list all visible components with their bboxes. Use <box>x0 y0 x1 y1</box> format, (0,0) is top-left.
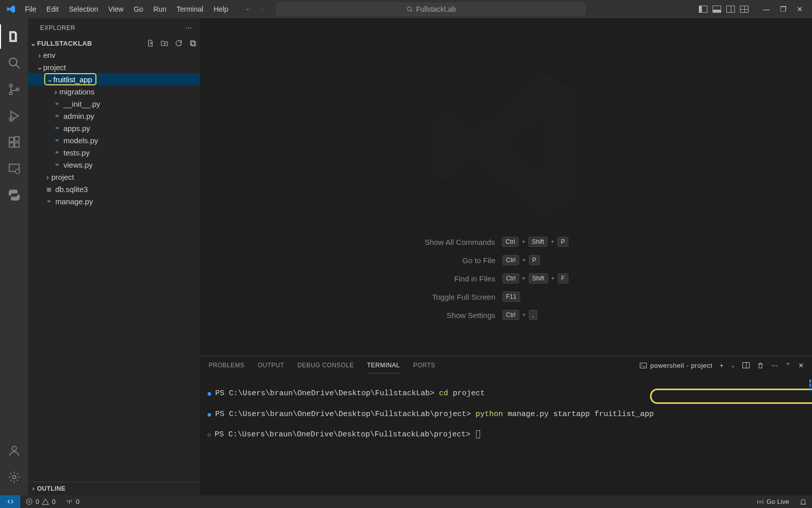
tab-debug-console[interactable]: DEBUG CONSOLE <box>297 358 354 373</box>
new-folder-icon[interactable] <box>160 39 168 47</box>
kbd: Shift <box>528 237 548 247</box>
panel-more-icon[interactable]: ⋯ <box>771 362 779 369</box>
tree-file-tests[interactable]: ⚭ tests.py <box>28 146 200 158</box>
collapse-all-icon[interactable] <box>189 39 197 47</box>
tab-ports[interactable]: PORTS <box>413 358 435 373</box>
nav-forward-icon[interactable]: → <box>258 5 265 13</box>
python-file-icon: ⚭ <box>52 137 61 144</box>
error-icon <box>25 498 33 505</box>
python-file-icon: ⚭ <box>52 112 61 120</box>
status-problems[interactable]: 0 0 <box>20 495 60 508</box>
maximize-panel-icon[interactable]: ⌃ <box>785 362 791 369</box>
activity-extensions-icon[interactable] <box>0 129 28 155</box>
menu-run[interactable]: Run <box>149 2 171 16</box>
toggle-primary-sidebar-icon[interactable] <box>699 6 707 13</box>
status-bar: 0 0 0 Go Live <box>0 495 812 508</box>
status-notifications[interactable] <box>794 498 812 505</box>
window-restore-icon[interactable]: ❐ <box>780 5 787 13</box>
tree-file-apps[interactable]: ⚭ apps.py <box>28 122 200 134</box>
activity-source-control-icon[interactable] <box>0 76 28 103</box>
close-panel-icon[interactable]: ✕ <box>798 362 804 369</box>
chevron-right-icon: › <box>44 173 51 181</box>
workspace-name: FULLSTACKLAB <box>37 40 92 47</box>
activity-python-icon[interactable] <box>0 182 28 208</box>
nav-back-icon[interactable]: ← <box>245 5 252 13</box>
menu-go[interactable]: Go <box>129 2 148 16</box>
search-placeholder: FullstackLab <box>416 5 456 13</box>
python-file-icon: ⚭ <box>44 198 53 205</box>
tree-folder-project[interactable]: ⌄ project <box>28 61 200 73</box>
kbd: Ctrl <box>502 255 519 265</box>
error-count: 0 <box>36 498 39 505</box>
terminal-icon <box>639 362 647 369</box>
tree-label: models.py <box>63 136 98 145</box>
tree-file-db[interactable]: ≣ db.sqlite3 <box>28 183 200 195</box>
tree-file-admin[interactable]: ⚭ admin.py <box>28 110 200 122</box>
shortcut-label: Toggle Full Screen <box>394 293 495 301</box>
menu-file[interactable]: File <box>20 2 41 16</box>
status-ports[interactable]: 0 <box>60 495 84 508</box>
tab-problems[interactable]: PROBLEMS <box>209 358 245 373</box>
tree-folder-inner-project[interactable]: › project <box>28 171 200 183</box>
command-center[interactable]: FullstackLab <box>276 3 586 16</box>
menu-view[interactable]: View <box>104 2 128 16</box>
tree-label: manage.py <box>55 197 93 206</box>
terminal-profile-label[interactable]: powershell - project <box>639 362 713 369</box>
shortcut-label: Go to File <box>394 256 495 265</box>
menu-help[interactable]: Help <box>209 2 233 16</box>
new-terminal-icon[interactable]: + <box>720 362 724 369</box>
svg-point-14 <box>12 446 16 451</box>
tab-output[interactable]: OUTPUT <box>258 358 284 373</box>
activity-settings-icon[interactable] <box>0 464 28 490</box>
title-bar: File Edit Selection View Go Run Terminal… <box>0 0 812 18</box>
tree-folder-fruitlist-app[interactable]: ⌄ fruitlist_app <box>28 73 200 85</box>
tree-folder-migrations[interactable]: › migrations <box>28 85 200 98</box>
menu-edit[interactable]: Edit <box>42 2 63 16</box>
toggle-panel-icon[interactable] <box>713 6 721 13</box>
activity-search-icon[interactable] <box>0 50 28 76</box>
python-file-icon: ⚭ <box>52 161 61 169</box>
window-minimize-icon[interactable]: — <box>763 5 770 13</box>
kill-terminal-icon[interactable] <box>757 362 764 369</box>
outline-section[interactable]: › OUTLINE <box>28 482 200 495</box>
tab-terminal[interactable]: TERMINAL <box>367 358 400 373</box>
menu-selection[interactable]: Selection <box>64 2 103 16</box>
svg-rect-9 <box>9 143 14 147</box>
terminal-dropdown-icon[interactable]: ⌄ <box>731 363 735 368</box>
svg-rect-10 <box>15 143 19 147</box>
chevron-down-icon[interactable]: ⌄ <box>30 40 37 47</box>
svg-line-1 <box>411 10 412 12</box>
warning-count: 0 <box>52 498 55 505</box>
activity-explorer-icon[interactable] <box>0 23 28 50</box>
terminal-cursor <box>476 430 480 438</box>
refresh-icon[interactable] <box>175 39 183 47</box>
status-go-live[interactable]: Go Live <box>752 498 794 505</box>
activity-remote-explorer-icon[interactable] <box>0 155 28 182</box>
toggle-secondary-sidebar-icon[interactable] <box>726 6 735 13</box>
svg-point-6 <box>16 88 18 90</box>
activity-accounts-icon[interactable] <box>0 437 28 464</box>
broadcast-icon <box>757 498 764 505</box>
tree-file-models[interactable]: ⚭ models.py <box>28 134 200 146</box>
explorer-more-icon[interactable]: ⋯ <box>186 24 192 31</box>
python-file-icon: ⚭ <box>52 100 61 108</box>
svg-rect-11 <box>15 137 19 141</box>
activity-run-debug-icon[interactable] <box>0 103 28 129</box>
tree-file-views[interactable]: ⚭ views.py <box>28 158 200 171</box>
tree-folder-env[interactable]: › env <box>28 49 200 61</box>
customize-layout-icon[interactable] <box>740 6 749 13</box>
tree-file-init[interactable]: ⚭ __init__.py <box>28 98 200 110</box>
menu-terminal[interactable]: Terminal <box>172 2 208 16</box>
remote-indicator[interactable] <box>0 495 20 508</box>
python-file-icon: ⚭ <box>52 124 61 132</box>
new-file-icon[interactable] <box>146 39 154 47</box>
svg-point-13 <box>15 169 20 174</box>
chevron-right-icon: › <box>36 51 43 59</box>
split-terminal-icon[interactable] <box>742 362 750 368</box>
tree-file-manage[interactable]: ⚭ manage.py <box>28 195 200 207</box>
tree-label: db.sqlite3 <box>55 185 88 194</box>
window-close-icon[interactable]: ✕ <box>797 5 803 13</box>
svg-point-20 <box>69 500 71 502</box>
kbd: Ctrl <box>502 273 519 283</box>
terminal-body[interactable]: PS C:\Users\braun\OneDrive\Desktop\Fulls… <box>200 374 812 495</box>
